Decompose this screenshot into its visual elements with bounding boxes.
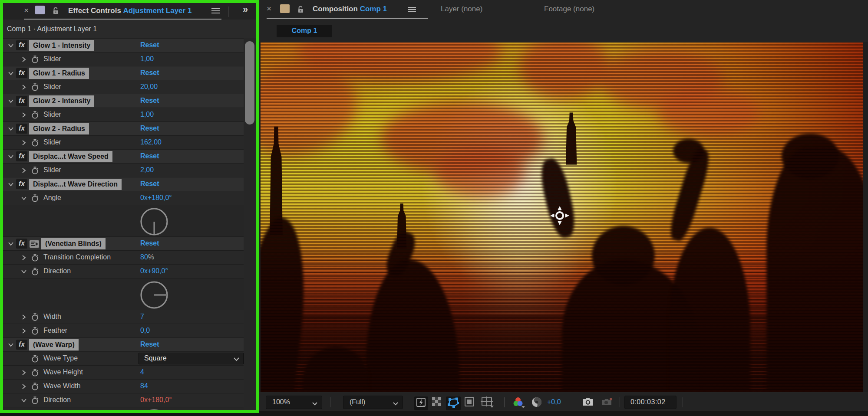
unlock-icon[interactable] [52,7,60,17]
fx-badge-icon[interactable]: fx [16,340,27,350]
effect-name[interactable]: (Venetian Blinds) [41,238,106,249]
effect-header-row[interactable]: fxDisplac...t Wave DirectionReset [3,177,244,191]
stopwatch-icon[interactable] [31,267,39,278]
fx-badge-icon[interactable]: fx [16,40,27,50]
chevron-down-icon[interactable] [7,125,14,132]
stopwatch-icon[interactable] [31,83,39,93]
angle-dial[interactable] [139,408,169,410]
reset-button[interactable]: Reset [140,152,159,160]
comp-viewer-tab[interactable]: Comp 1 [277,25,332,37]
panel-target-comp[interactable]: Comp 1 [360,5,387,13]
chevron-down-icon[interactable] [7,98,14,105]
effect-name[interactable]: (Wave Warp) [29,339,79,350]
panel-title[interactable]: Effect Controls Adjustment Layer 1 [68,7,191,15]
fx-badge-icon[interactable]: fx [16,239,27,249]
reset-button[interactable]: Reset [140,97,159,105]
wave-type-dropdown[interactable]: Square [139,353,244,364]
effect-header-row[interactable]: fx(Venetian Blinds)Reset [3,236,244,250]
property-label[interactable]: Slider [43,166,61,174]
transparency-grid-icon[interactable] [432,396,442,408]
chevron-right-icon[interactable] [20,84,27,91]
effect-header-row[interactable]: fxGlow 1 - IntensityReset [3,38,244,52]
stopwatch-icon[interactable] [31,55,39,66]
fast-previews-icon[interactable] [414,396,428,410]
property-label[interactable]: Angle [43,194,61,202]
chevron-right-icon[interactable] [20,139,27,146]
property-value[interactable]: 80% [140,253,154,261]
exposure-value[interactable]: +0,0 [547,398,561,406]
chevron-right-icon[interactable] [20,111,27,118]
prop-row[interactable]: Slider1,00 [3,108,244,121]
fx-badge-icon[interactable]: fx [16,179,27,189]
property-label[interactable]: Feather [43,327,67,334]
close-icon[interactable]: × [24,6,29,15]
reset-exposure-icon[interactable] [531,396,542,409]
effect-header-row[interactable]: fx(Wave Warp)Reset [3,337,244,351]
property-value[interactable]: 2,00 [140,166,154,174]
panel-menu-icon[interactable] [408,7,416,13]
prop-row[interactable]: Transition Completion80% [3,250,244,264]
expand-panel-icon[interactable]: » [243,4,247,15]
stopwatch-icon[interactable] [31,253,39,264]
chevron-right-icon[interactable] [20,369,27,376]
region-of-interest-icon[interactable] [464,396,475,409]
prop-row[interactable]: Slider162,00 [3,135,244,149]
stopwatch-icon[interactable] [31,382,39,393]
dropdown-row[interactable]: Wave TypeSquare [3,351,244,365]
stopwatch-icon[interactable] [31,111,39,121]
chevron-down-icon[interactable] [20,268,27,275]
reset-button[interactable]: Reset [140,239,159,247]
angle-dial[interactable] [139,207,169,238]
panel-target-layer[interactable]: Adjustment Layer 1 [123,7,192,15]
property-value[interactable]: 84 [140,382,148,390]
property-label[interactable]: Slider [43,138,61,146]
tab-footage[interactable]: Footage (none) [544,5,594,13]
tab-layer[interactable]: Layer (none) [441,5,482,13]
fx-badge-icon[interactable]: fx [16,124,27,134]
grid-guides-options-icon[interactable] [481,396,495,409]
prop-row[interactable]: Feather0,0 [3,324,244,337]
effect-name[interactable]: Glow 1 - Intensity [29,40,94,51]
reset-button[interactable]: Reset [140,41,159,49]
chevron-right-icon[interactable] [20,167,27,174]
stopwatch-icon[interactable] [31,368,39,379]
fx-badge-icon[interactable]: fx [16,68,27,78]
chevron-right-icon[interactable] [20,314,27,321]
prop-row[interactable]: Angle0x+180,0° [3,191,244,205]
property-value[interactable]: 0x+180,0° [140,396,172,404]
reset-button[interactable]: Reset [140,341,159,348]
property-value[interactable]: 4 [140,368,144,376]
property-label[interactable]: Transition Completion [43,253,111,261]
chevron-right-icon[interactable] [20,328,27,334]
chevron-down-icon[interactable] [7,70,14,77]
resolution-dropdown[interactable]: (Full) [343,396,403,409]
zoom-level-dropdown[interactable]: 100% [266,396,322,409]
chevron-right-icon[interactable] [20,254,27,261]
property-value[interactable]: 0,0 [140,327,150,334]
stopwatch-icon[interactable] [31,138,39,149]
property-value[interactable]: 0x+90,0° [140,267,168,275]
property-label[interactable]: Width [43,313,61,321]
close-icon[interactable]: × [267,4,271,13]
stopwatch-icon[interactable] [31,166,39,177]
timecode-display[interactable]: 0:00:03:02 [624,396,677,409]
property-label[interactable]: Direction [43,396,71,404]
show-snapshot-icon[interactable] [601,396,614,409]
chevron-down-icon[interactable] [7,153,14,160]
chevron-right-icon[interactable] [20,383,27,390]
fx-badge-icon[interactable]: fx [16,96,27,106]
chevron-down-icon[interactable] [7,42,14,49]
reset-button[interactable]: Reset [140,180,159,188]
angle-dial[interactable] [139,280,169,311]
reset-button[interactable]: Reset [140,69,159,77]
stopwatch-icon[interactable] [31,396,39,406]
property-label[interactable]: Slider [43,83,61,91]
scrollbar-track[interactable] [244,38,256,410]
panel-title[interactable]: Composition Comp 1 [313,5,387,13]
stopwatch-icon[interactable] [31,313,39,323]
mask-visibility-icon[interactable] [446,396,461,410]
chevron-down-icon[interactable] [20,195,27,202]
prop-row[interactable]: Wave Width84 [3,379,244,393]
stopwatch-icon[interactable] [31,194,39,204]
property-label[interactable]: Wave Width [43,382,81,390]
